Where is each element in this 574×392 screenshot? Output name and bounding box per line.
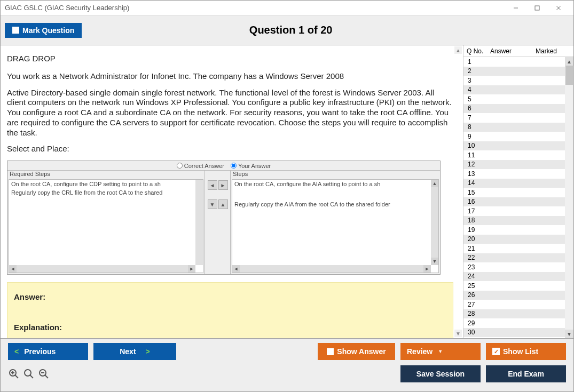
question-row-20[interactable]: 20 [463,235,573,244]
next-button[interactable]: Next> [93,343,176,360]
zoom-in-button[interactable] [8,368,20,380]
checkbox-icon [12,27,19,34]
content-scroll-down[interactable]: ▼ [454,330,462,337]
right-scroll-y[interactable]: ▲▼ [431,180,438,265]
required-step-2[interactable]: Regularly copy the CRL file from the roo… [9,188,203,197]
mark-question-button[interactable]: Mark Question [5,23,82,38]
required-steps-list[interactable]: On the root CA, configure the CDP settin… [9,179,203,273]
question-row-21[interactable]: 21 [463,244,573,253]
minimize-button[interactable] [505,1,526,15]
dd-left-col: Required Steps On the root CA, configure… [7,171,205,274]
right-scroll-x[interactable]: ◄► [232,265,431,273]
question-content[interactable]: DRAG DROP You work as a Network Administ… [1,45,463,338]
question-row-12[interactable]: 12 [463,160,573,170]
show-answer-button[interactable]: Show Answer [318,343,395,360]
question-row-8[interactable]: 8 [463,123,573,132]
app-window: GIAC GSLC (GIAC Security Leadership) Mar… [0,0,574,392]
question-row-3[interactable]: 3 [463,76,573,85]
dropdown-icon: ▼ [438,349,443,354]
left-scroll-y[interactable] [195,180,203,265]
question-row-19[interactable]: 19 [463,225,573,235]
question-row-24[interactable]: 24 [463,272,573,282]
question-row-30[interactable]: 30 [463,328,573,338]
question-row-1[interactable]: 1 [463,57,573,67]
scroll-left-icon[interactable]: ◄ [232,265,240,273]
scroll-down-icon[interactable]: ▼ [431,258,438,265]
correct-answer-radio[interactable]: Correct Answer [177,163,224,169]
dd-body: Required Steps On the root CA, configure… [7,171,440,274]
select-place-label: Select and Place: [7,144,453,154]
question-row-14[interactable]: 14 [463,179,573,188]
close-button[interactable] [548,1,569,15]
question-row-23[interactable]: 23 [463,262,573,272]
steps-header: Steps [231,171,440,179]
session-button-row: Save Session End Exam [8,365,566,382]
question-row-27[interactable]: 27 [463,300,573,309]
window-title: GIAC GSLC (GIAC Security Leadership) [5,4,505,12]
question-row-28[interactable]: 28 [463,309,573,319]
question-row-29[interactable]: 29 [463,318,573,328]
question-row-4[interactable]: 4 [463,85,573,95]
question-para-1: You work as a Network Administrator for … [7,71,453,82]
toolbar: Mark Question Question 1 of 20 [1,15,573,45]
steps-list[interactable]: On the root CA, configure the AIA settin… [232,179,439,273]
save-session-button[interactable]: Save Session [400,365,481,382]
titlebar: GIAC GSLC (GIAC Security Leadership) [1,1,573,15]
question-row-11[interactable]: 11 [463,150,573,160]
question-row-17[interactable]: 17 [463,206,573,216]
show-list-button[interactable]: ✓Show List [486,343,566,360]
answer-label: Answer: [14,292,446,301]
move-down-button[interactable]: ▼ [208,199,217,209]
zoom-out-button[interactable] [38,368,50,380]
question-row-5[interactable]: 5 [463,94,573,104]
scroll-left-icon[interactable]: ◄ [9,265,17,273]
dd-header: Correct Answer Your Answer [7,161,440,171]
question-row-25[interactable]: 25 [463,281,573,291]
required-step-1[interactable]: On the root CA, configure the CDP settin… [9,180,203,188]
question-row-26[interactable]: 26 [463,291,573,300]
move-up-button[interactable]: ▲ [218,199,228,209]
required-steps-header: Required Steps [7,171,205,179]
sidebar-scrollbar[interactable]: ▲ ▼ [565,57,573,338]
scroll-right-icon[interactable]: ► [423,265,431,273]
zoom-controls [8,368,50,380]
main-row: ▲ DRAG DROP You work as a Network Admini… [1,45,573,338]
col-qno: Q No. [463,47,490,55]
question-row-13[interactable]: 13 [463,169,573,179]
dd-move-buttons: ◄► ▼▲ [205,171,231,274]
left-scroll-x[interactable]: ◄► [9,265,195,273]
checkmark-icon: ✓ [492,348,500,355]
review-button[interactable]: Review▼ [400,343,481,360]
scroll-right-icon[interactable]: ► [188,265,195,273]
answer-box: Answer: Explanation: [7,282,453,338]
move-left-button[interactable]: ◄ [208,180,217,190]
svg-line-11 [45,375,49,379]
explanation-label: Explanation: [14,323,446,332]
question-row-6[interactable]: 6 [463,104,573,114]
step-1[interactable]: On the root CA, configure the AIA settin… [232,180,438,188]
sidebar-scroll-up[interactable]: ▲ [565,57,573,66]
end-exam-button[interactable]: End Exam [486,365,566,382]
scroll-up-icon[interactable]: ▲ [431,180,438,187]
svg-rect-1 [535,6,539,10]
sidebar-rows[interactable]: 1234567891011121314151617181920212223242… [463,57,573,338]
question-row-15[interactable]: 15 [463,188,573,197]
maximize-button[interactable] [526,1,548,15]
svg-line-9 [30,375,34,379]
previous-button[interactable]: <Previous [8,343,88,360]
question-row-9[interactable]: 9 [463,132,573,141]
question-row-16[interactable]: 16 [463,197,573,207]
question-row-10[interactable]: 10 [463,141,573,151]
chevron-left-icon: < [14,347,19,356]
question-row-7[interactable]: 7 [463,113,573,123]
step-2[interactable]: Regularly copy the AIA from the root CA … [232,200,438,209]
your-answer-radio[interactable]: Your Answer [231,163,271,169]
move-right-button[interactable]: ► [218,180,228,190]
question-row-2[interactable]: 2 [463,67,573,76]
checkbox-icon [327,348,334,355]
question-row-22[interactable]: 22 [463,253,573,263]
question-row-18[interactable]: 18 [463,216,573,226]
sidebar-scroll-thumb[interactable] [565,66,573,85]
zoom-reset-button[interactable] [23,368,35,380]
sidebar-scroll-down[interactable]: ▼ [565,330,573,338]
